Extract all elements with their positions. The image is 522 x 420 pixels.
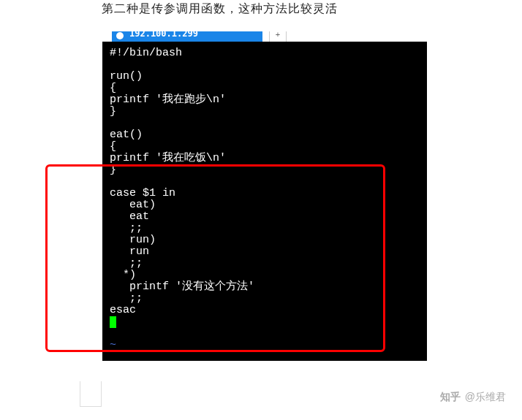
- code-line: run: [110, 245, 149, 258]
- section-heading: 第二种是传参调用函数，这种方法比较灵活: [102, 1, 338, 17]
- status-dot-icon: [116, 32, 124, 39]
- terminal-cursor-icon: [110, 316, 116, 328]
- watermark-author: @乐维君: [465, 391, 506, 404]
- code-line: printf '没有这个方法': [110, 280, 254, 293]
- new-tab-button[interactable]: +: [269, 31, 287, 42]
- code-line: run): [110, 234, 156, 246]
- code-line: ;;: [110, 257, 143, 270]
- code-line: printf '我在跑步\n': [110, 93, 226, 106]
- code-line: run(): [110, 70, 143, 83]
- code-line: {: [110, 140, 116, 153]
- code-line: }: [110, 105, 116, 118]
- terminal-body: #!/bin/bash run() { printf '我在跑步\n' } ea…: [102, 42, 427, 361]
- code-line: esac: [110, 304, 136, 316]
- code-line: }: [110, 164, 116, 176]
- code-line: printf '我在吃饭\n': [110, 152, 226, 164]
- code-line: #!/bin/bash: [110, 47, 182, 59]
- watermark: 知乎 @乐维君: [440, 391, 506, 404]
- code-line: eat(): [110, 129, 143, 141]
- code-line: *): [110, 269, 136, 281]
- terminal-screenshot: 192.100.1.299 + #!/bin/bash run() { prin…: [102, 31, 427, 361]
- vim-tilde: ~: [110, 339, 116, 351]
- terminal-tab-bar: 192.100.1.299 +: [102, 31, 427, 42]
- code-line: eat): [110, 199, 156, 211]
- tab-ip-label: 192.100.1.299: [129, 31, 198, 39]
- zhihu-logo-icon: 知乎: [440, 391, 461, 404]
- terminal-active-tab[interactable]: 192.100.1.299: [112, 31, 262, 42]
- code-line: ;;: [110, 222, 143, 234]
- code-line: ;;: [110, 292, 143, 305]
- code-line: {: [110, 82, 116, 94]
- code-line: case $1 in: [110, 187, 175, 199]
- code-line: eat: [110, 210, 149, 223]
- image-placeholder: [80, 381, 102, 407]
